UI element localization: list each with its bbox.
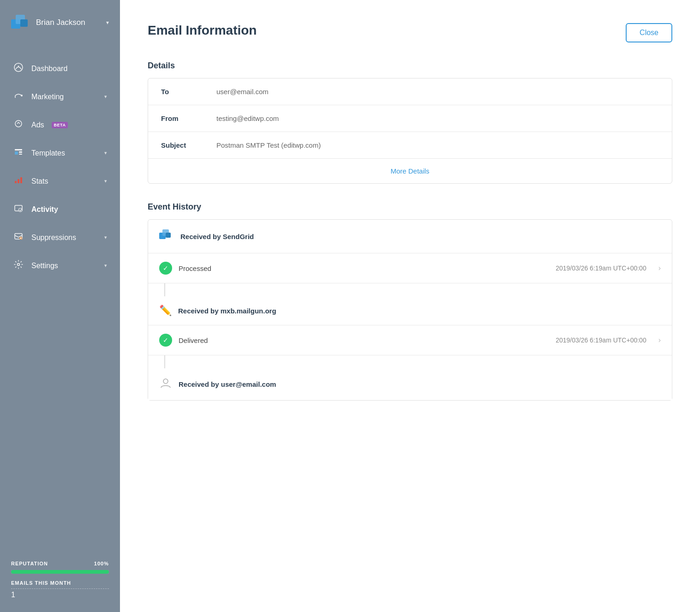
settings-chevron: ▾ xyxy=(104,263,107,269)
detail-value-subject: Postman SMTP Test (editwp.com) xyxy=(216,141,321,149)
svg-rect-13 xyxy=(18,179,19,183)
reputation-section: REPUTATION 100% xyxy=(11,561,109,566)
connector-1 xyxy=(164,283,165,296)
detail-label-to: To xyxy=(161,88,216,96)
event-history-card: Received by SendGrid ✓ Processed 2019/03… xyxy=(148,219,672,401)
event-group-mailgun-header: ✏️ Received by mxb.mailgun.org xyxy=(148,296,672,325)
sidebar-item-label-ads: Ads xyxy=(31,121,44,129)
delivered-status-text: Delivered xyxy=(179,336,549,344)
sidebar-item-ads[interactable]: Ads BETA xyxy=(0,111,120,139)
sidebar-item-label-stats: Stats xyxy=(31,177,48,186)
delivered-timestamp: 2019/03/26 6:19am UTC+00:00 xyxy=(556,336,646,344)
sidebar-item-suppressions[interactable]: Suppressions ▾ xyxy=(0,223,120,252)
processed-status-text: Processed xyxy=(179,264,549,272)
detail-row-subject: Subject Postman SMTP Test (editwp.com) xyxy=(148,132,672,159)
sidebar-nav: Dashboard Marketing ▾ Ads BETA Templates… xyxy=(0,45,120,552)
reputation-value: 100% xyxy=(94,561,109,566)
processed-chevron: › xyxy=(658,264,661,272)
processed-check-icon: ✓ xyxy=(159,262,172,275)
stats-icon xyxy=(13,175,24,187)
sidebar-item-label-marketing: Marketing xyxy=(31,93,64,101)
svg-rect-2 xyxy=(20,19,28,27)
templates-chevron: ▾ xyxy=(104,150,107,156)
svg-rect-14 xyxy=(20,177,22,183)
delivered-chevron: › xyxy=(658,336,661,344)
emails-this-month-label: EMAILS THIS MONTH xyxy=(11,580,109,589)
event-group-sendgrid-header: Received by SendGrid xyxy=(148,220,672,253)
suppressions-icon xyxy=(13,232,24,243)
svg-rect-24 xyxy=(166,233,171,238)
page-title: Email Information xyxy=(148,23,257,38)
event-group-sendgrid-title: Received by SendGrid xyxy=(180,233,254,240)
user-icon xyxy=(159,377,172,392)
settings-icon xyxy=(13,260,24,271)
svg-rect-11 xyxy=(19,154,22,155)
sidebar-item-dashboard[interactable]: Dashboard xyxy=(0,54,120,83)
sidebar-user-header[interactable]: Brian Jackson ▾ xyxy=(0,0,120,45)
processed-timestamp: 2019/03/26 6:19am UTC+00:00 xyxy=(556,264,646,272)
sidebar-item-label-settings: Settings xyxy=(31,262,58,270)
sidebar-item-marketing[interactable]: Marketing ▾ xyxy=(0,83,120,111)
connector-2 xyxy=(164,355,165,368)
sidebar: Brian Jackson ▾ Dashboard Marketing ▾ Ad… xyxy=(0,0,120,612)
ads-icon xyxy=(13,119,24,131)
sendgrid-icon xyxy=(159,228,174,245)
svg-rect-10 xyxy=(19,151,22,153)
detail-label-subject: Subject xyxy=(161,141,216,149)
detail-value-from: testing@editwp.com xyxy=(216,114,279,122)
reputation-label: REPUTATION xyxy=(11,561,48,566)
svg-point-5 xyxy=(21,95,23,96)
detail-value-to: user@email.com xyxy=(216,88,269,96)
sidebar-item-label-activity: Activity xyxy=(31,205,58,214)
details-card: To user@email.com From testing@editwp.co… xyxy=(148,78,672,184)
detail-row-to: To user@email.com xyxy=(148,78,672,105)
sidebar-item-templates[interactable]: Templates ▾ xyxy=(0,139,120,167)
sidebar-item-label-dashboard: Dashboard xyxy=(31,65,67,73)
delivered-check-icon: ✓ xyxy=(159,334,172,347)
svg-rect-12 xyxy=(15,181,17,183)
details-section: Details To user@email.com From testing@e… xyxy=(148,61,672,184)
templates-icon xyxy=(13,147,24,159)
details-section-title: Details xyxy=(148,61,672,71)
sidebar-item-settings[interactable]: Settings ▾ xyxy=(0,252,120,280)
svg-point-25 xyxy=(163,379,168,384)
detail-row-from: From testing@editwp.com xyxy=(148,105,672,132)
main-header: Email Information Close xyxy=(148,23,672,42)
event-group-user-title: Received by user@email.com xyxy=(179,380,276,388)
emails-this-month-count: 1 xyxy=(11,591,109,599)
detail-label-from: From xyxy=(161,114,216,122)
event-history-title: Event History xyxy=(148,202,672,212)
more-details-link[interactable]: More Details xyxy=(390,167,429,175)
sidebar-username: Brian Jackson xyxy=(36,18,101,27)
event-history-section: Event History Received by SendGrid ✓ Pro… xyxy=(148,202,672,401)
sidebar-user-chevron: ▾ xyxy=(106,19,109,26)
ads-beta-badge: BETA xyxy=(52,122,68,128)
close-button[interactable]: Close xyxy=(626,23,672,42)
marketing-chevron: ▾ xyxy=(104,94,107,100)
pencil-icon: ✏️ xyxy=(159,305,172,317)
sidebar-item-stats[interactable]: Stats ▾ xyxy=(0,167,120,195)
svg-rect-8 xyxy=(15,149,22,150)
marketing-icon xyxy=(13,91,24,102)
reputation-bar-fill xyxy=(11,570,109,574)
reputation-bar-bg xyxy=(11,570,109,574)
svg-rect-9 xyxy=(15,151,18,155)
stats-chevron: ▾ xyxy=(104,178,107,184)
event-group-user-header: Received by user@email.com xyxy=(148,368,672,400)
event-processed-row[interactable]: ✓ Processed 2019/03/26 6:19am UTC+00:00 … xyxy=(148,253,672,283)
event-group-mailgun-title: Received by mxb.mailgun.org xyxy=(178,307,276,315)
more-details-row: More Details xyxy=(148,159,672,183)
event-delivered-row[interactable]: ✓ Delivered 2019/03/26 6:19am UTC+00:00 … xyxy=(148,325,672,355)
activity-icon xyxy=(13,204,24,215)
dashboard-icon xyxy=(13,63,24,74)
sidebar-footer: REPUTATION 100% EMAILS THIS MONTH 1 xyxy=(0,552,120,612)
main-content: Email Information Close Details To user@… xyxy=(120,0,700,612)
svg-point-21 xyxy=(18,264,20,266)
sidebar-item-activity[interactable]: Activity xyxy=(0,195,120,223)
sidebar-item-label-suppressions: Suppressions xyxy=(31,234,76,242)
sidebar-item-label-templates: Templates xyxy=(31,149,65,157)
svg-point-7 xyxy=(15,120,22,127)
app-logo xyxy=(11,13,30,32)
suppressions-chevron: ▾ xyxy=(104,234,107,240)
